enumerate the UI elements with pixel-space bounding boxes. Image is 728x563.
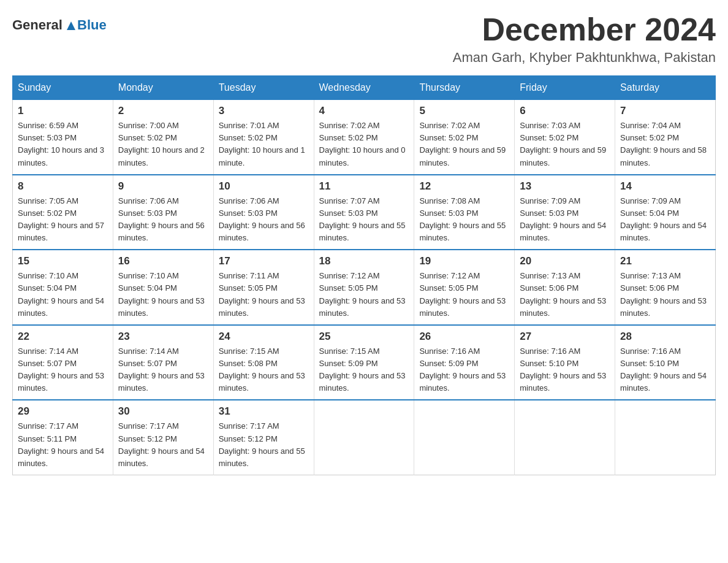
- day-number: 19: [419, 255, 509, 267]
- day-info: Sunrise: 7:16 AMSunset: 5:09 PMDaylight:…: [419, 345, 509, 395]
- calendar-week-row: 29 Sunrise: 7:17 AMSunset: 5:11 PMDaylig…: [13, 400, 716, 475]
- day-number: 2: [118, 105, 208, 117]
- calendar-table: SundayMondayTuesdayWednesdayThursdayFrid…: [12, 75, 716, 475]
- calendar-cell: 24 Sunrise: 7:15 AMSunset: 5:08 PMDaylig…: [213, 325, 314, 400]
- day-info: Sunrise: 7:12 AMSunset: 5:05 PMDaylight:…: [319, 270, 409, 320]
- day-info: Sunrise: 7:06 AMSunset: 5:03 PMDaylight:…: [219, 195, 309, 245]
- calendar-cell: 17 Sunrise: 7:11 AMSunset: 5:05 PMDaylig…: [213, 250, 314, 325]
- header-day-friday: Friday: [515, 76, 615, 100]
- day-info: Sunrise: 7:08 AMSunset: 5:03 PMDaylight:…: [419, 195, 509, 245]
- day-number: 24: [219, 331, 309, 343]
- day-number: 16: [118, 255, 208, 267]
- day-number: 28: [620, 331, 710, 343]
- calendar-cell: 11 Sunrise: 7:07 AMSunset: 5:03 PMDaylig…: [314, 175, 414, 250]
- day-info: Sunrise: 7:17 AMSunset: 5:12 PMDaylight:…: [118, 420, 208, 470]
- page-header: General Blue December 2024 Aman Garh, Kh…: [12, 12, 716, 66]
- month-title: December 2024: [453, 12, 716, 47]
- day-info: Sunrise: 7:02 AMSunset: 5:02 PMDaylight:…: [319, 120, 409, 169]
- calendar-cell: 22 Sunrise: 7:14 AMSunset: 5:07 PMDaylig…: [13, 325, 113, 400]
- day-info: Sunrise: 6:59 AMSunset: 5:03 PMDaylight:…: [18, 120, 108, 169]
- day-info: Sunrise: 7:17 AMSunset: 5:12 PMDaylight:…: [219, 420, 309, 470]
- calendar-header: SundayMondayTuesdayWednesdayThursdayFrid…: [13, 76, 716, 100]
- logo-general: General: [12, 17, 76, 33]
- day-info: Sunrise: 7:04 AMSunset: 5:02 PMDaylight:…: [620, 120, 710, 169]
- day-number: 18: [319, 255, 409, 267]
- day-info: Sunrise: 7:06 AMSunset: 5:03 PMDaylight:…: [118, 195, 208, 245]
- calendar-cell: [314, 400, 414, 475]
- calendar-cell: 9 Sunrise: 7:06 AMSunset: 5:03 PMDayligh…: [113, 175, 213, 250]
- calendar-cell: 12 Sunrise: 7:08 AMSunset: 5:03 PMDaylig…: [414, 175, 515, 250]
- day-number: 22: [18, 331, 108, 343]
- calendar-cell: 3 Sunrise: 7:01 AMSunset: 5:02 PMDayligh…: [213, 100, 314, 175]
- day-number: 20: [520, 255, 610, 267]
- day-info: Sunrise: 7:17 AMSunset: 5:11 PMDaylight:…: [18, 420, 108, 470]
- header-day-sunday: Sunday: [13, 76, 113, 100]
- title-section: December 2024 Aman Garh, Khyber Pakhtunk…: [453, 12, 716, 66]
- calendar-cell: 19 Sunrise: 7:12 AMSunset: 5:05 PMDaylig…: [414, 250, 515, 325]
- day-info: Sunrise: 7:11 AMSunset: 5:05 PMDaylight:…: [219, 270, 309, 320]
- day-number: 3: [219, 105, 309, 117]
- day-info: Sunrise: 7:12 AMSunset: 5:05 PMDaylight:…: [419, 270, 509, 320]
- header-day-saturday: Saturday: [615, 76, 716, 100]
- calendar-cell: 18 Sunrise: 7:12 AMSunset: 5:05 PMDaylig…: [314, 250, 414, 325]
- day-number: 13: [520, 180, 610, 193]
- calendar-cell: 31 Sunrise: 7:17 AMSunset: 5:12 PMDaylig…: [213, 400, 314, 475]
- day-number: 10: [219, 180, 309, 193]
- day-number: 27: [520, 331, 610, 343]
- day-info: Sunrise: 7:02 AMSunset: 5:02 PMDaylight:…: [419, 120, 509, 169]
- logo: General Blue: [12, 17, 107, 33]
- header-day-thursday: Thursday: [414, 76, 515, 100]
- header-day-monday: Monday: [113, 76, 213, 100]
- location-title: Aman Garh, Khyber Pakhtunkhwa, Pakistan: [453, 50, 716, 66]
- svg-marker-0: [67, 21, 75, 30]
- day-number: 5: [419, 105, 509, 117]
- header-row: SundayMondayTuesdayWednesdayThursdayFrid…: [13, 76, 716, 100]
- calendar-cell: 15 Sunrise: 7:10 AMSunset: 5:04 PMDaylig…: [13, 250, 113, 325]
- day-number: 30: [118, 405, 208, 418]
- calendar-cell: 20 Sunrise: 7:13 AMSunset: 5:06 PMDaylig…: [515, 250, 615, 325]
- day-number: 11: [319, 180, 409, 193]
- calendar-cell: 10 Sunrise: 7:06 AMSunset: 5:03 PMDaylig…: [213, 175, 314, 250]
- day-number: 29: [18, 405, 108, 418]
- calendar-cell: 14 Sunrise: 7:09 AMSunset: 5:04 PMDaylig…: [615, 175, 716, 250]
- day-number: 12: [419, 180, 509, 193]
- day-info: Sunrise: 7:05 AMSunset: 5:02 PMDaylight:…: [18, 195, 108, 245]
- calendar-cell: 25 Sunrise: 7:15 AMSunset: 5:09 PMDaylig…: [314, 325, 414, 400]
- calendar-cell: 4 Sunrise: 7:02 AMSunset: 5:02 PMDayligh…: [314, 100, 414, 175]
- day-number: 31: [219, 405, 309, 418]
- calendar-cell: 27 Sunrise: 7:16 AMSunset: 5:10 PMDaylig…: [515, 325, 615, 400]
- day-info: Sunrise: 7:16 AMSunset: 5:10 PMDaylight:…: [520, 345, 610, 395]
- calendar-cell: 6 Sunrise: 7:03 AMSunset: 5:02 PMDayligh…: [515, 100, 615, 175]
- day-info: Sunrise: 7:03 AMSunset: 5:02 PMDaylight:…: [520, 120, 610, 169]
- day-info: Sunrise: 7:00 AMSunset: 5:02 PMDaylight:…: [118, 120, 208, 169]
- day-info: Sunrise: 7:13 AMSunset: 5:06 PMDaylight:…: [620, 270, 710, 320]
- day-number: 17: [219, 255, 309, 267]
- day-number: 7: [620, 105, 710, 117]
- day-info: Sunrise: 7:09 AMSunset: 5:04 PMDaylight:…: [620, 195, 710, 245]
- day-info: Sunrise: 7:14 AMSunset: 5:07 PMDaylight:…: [18, 345, 108, 395]
- calendar-cell: 7 Sunrise: 7:04 AMSunset: 5:02 PMDayligh…: [615, 100, 716, 175]
- day-number: 4: [319, 105, 409, 117]
- calendar-cell: [515, 400, 615, 475]
- calendar-cell: 30 Sunrise: 7:17 AMSunset: 5:12 PMDaylig…: [113, 400, 213, 475]
- day-info: Sunrise: 7:13 AMSunset: 5:06 PMDaylight:…: [520, 270, 610, 320]
- day-info: Sunrise: 7:15 AMSunset: 5:09 PMDaylight:…: [319, 345, 409, 395]
- calendar-week-row: 15 Sunrise: 7:10 AMSunset: 5:04 PMDaylig…: [13, 250, 716, 325]
- calendar-cell: [414, 400, 515, 475]
- calendar-cell: 26 Sunrise: 7:16 AMSunset: 5:09 PMDaylig…: [414, 325, 515, 400]
- day-info: Sunrise: 7:10 AMSunset: 5:04 PMDaylight:…: [118, 270, 208, 320]
- day-number: 23: [118, 331, 208, 343]
- day-number: 1: [18, 105, 108, 117]
- logo-triangle-icon: [67, 21, 75, 30]
- calendar-cell: 23 Sunrise: 7:14 AMSunset: 5:07 PMDaylig…: [113, 325, 213, 400]
- day-number: 9: [118, 180, 208, 193]
- calendar-week-row: 22 Sunrise: 7:14 AMSunset: 5:07 PMDaylig…: [13, 325, 716, 400]
- calendar-cell: 29 Sunrise: 7:17 AMSunset: 5:11 PMDaylig…: [13, 400, 113, 475]
- day-info: Sunrise: 7:16 AMSunset: 5:10 PMDaylight:…: [620, 345, 710, 395]
- day-number: 26: [419, 331, 509, 343]
- day-info: Sunrise: 7:01 AMSunset: 5:02 PMDaylight:…: [219, 120, 309, 169]
- calendar-cell: 28 Sunrise: 7:16 AMSunset: 5:10 PMDaylig…: [615, 325, 716, 400]
- calendar-cell: 1 Sunrise: 6:59 AMSunset: 5:03 PMDayligh…: [13, 100, 113, 175]
- calendar-cell: [615, 400, 716, 475]
- day-number: 15: [18, 255, 108, 267]
